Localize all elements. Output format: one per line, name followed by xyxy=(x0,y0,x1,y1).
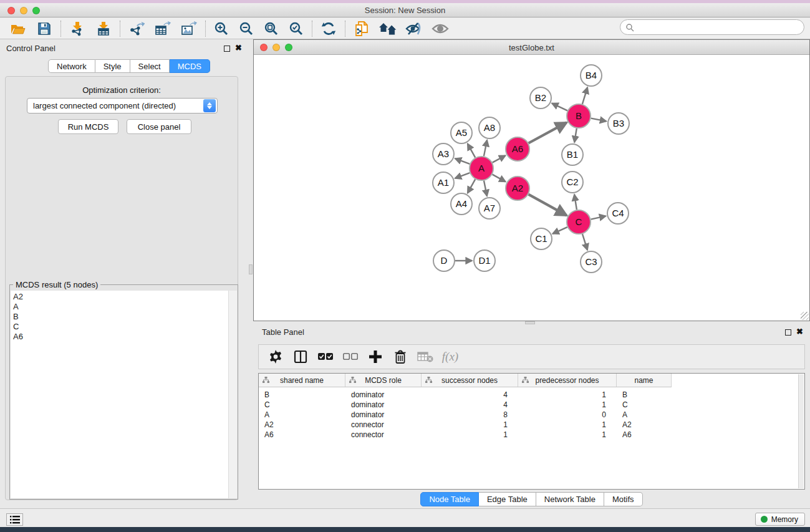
table-row[interactable]: A2connector11A2 xyxy=(259,420,804,430)
node-A4[interactable]: A4 xyxy=(451,193,472,215)
deselect-all-button[interactable] xyxy=(339,347,362,367)
edge-A-A1[interactable] xyxy=(455,173,470,178)
criterion-select[interactable]: largest connected component (directed) xyxy=(27,98,218,114)
save-session-button[interactable] xyxy=(31,19,57,38)
node-C[interactable]: C xyxy=(567,210,591,234)
edge-B-B3[interactable] xyxy=(591,118,607,122)
edge-B-B1[interactable] xyxy=(574,128,577,143)
tab-select[interactable]: Select xyxy=(130,59,170,73)
result-scrollbar[interactable] xyxy=(228,291,237,498)
tab-node-table[interactable]: Node Table xyxy=(420,492,479,506)
splitter-grip-left[interactable] xyxy=(249,264,253,274)
edge-B-B4[interactable] xyxy=(582,87,587,104)
toolbar-search[interactable] xyxy=(620,19,804,35)
delete-columns-button[interactable] xyxy=(388,347,412,367)
node-A2[interactable]: A2 xyxy=(506,177,529,200)
reset-view-button[interactable] xyxy=(375,19,401,38)
table-settings-button[interactable] xyxy=(264,347,287,367)
tab-motifs[interactable]: Motifs xyxy=(604,492,643,506)
delete-table-button[interactable] xyxy=(413,347,437,367)
column-header-shared-name[interactable]: shared name xyxy=(259,374,345,387)
node-table[interactable]: shared nameMCDS rolesuccessor nodesprede… xyxy=(258,373,805,490)
tab-network[interactable]: Network xyxy=(48,59,95,73)
column-header-successor-nodes[interactable]: successor nodes xyxy=(422,374,518,387)
new-network-from-file-button[interactable] xyxy=(349,19,375,38)
network-graph[interactable]: B4B2BB3A8A5A6A3B1AA1C2A2A4A7C4CC1C3DD1 xyxy=(254,55,809,321)
result-item[interactable]: C xyxy=(13,322,228,332)
import-network-button[interactable] xyxy=(64,19,90,38)
close-panel-icon[interactable]: ✖ xyxy=(235,45,242,51)
zoom-out-button[interactable] xyxy=(234,19,259,38)
run-mcds-button[interactable]: Run MCDS xyxy=(58,119,118,134)
table-scrollbar[interactable] xyxy=(798,374,804,488)
edge-A-A3[interactable] xyxy=(455,158,470,164)
close-panel-button[interactable]: Close panel xyxy=(127,119,191,134)
node-A6[interactable]: A6 xyxy=(506,137,529,161)
edge-C-C2[interactable] xyxy=(574,195,577,210)
float-table-panel-icon[interactable] xyxy=(785,329,791,336)
tab-edge-table[interactable]: Edge Table xyxy=(479,492,536,506)
zoom-in-button[interactable] xyxy=(209,19,234,38)
edge-C-C3[interactable] xyxy=(582,234,587,250)
import-table-button[interactable] xyxy=(90,19,117,38)
memory-button[interactable]: Memory xyxy=(755,513,805,526)
node-A8[interactable]: A8 xyxy=(479,117,500,138)
table-row[interactable]: A6connector11A6 xyxy=(259,430,804,440)
export-table-button[interactable] xyxy=(150,19,176,38)
float-panel-icon[interactable] xyxy=(224,46,230,52)
hide-selected-button[interactable] xyxy=(401,19,427,38)
node-A[interactable]: A xyxy=(470,157,493,180)
result-item[interactable]: A2 xyxy=(13,292,228,302)
splitter-grip-bottom[interactable] xyxy=(525,321,535,324)
node-D[interactable]: D xyxy=(433,250,455,271)
table-row[interactable]: Cdominator41C xyxy=(259,400,804,410)
column-header-name[interactable]: name xyxy=(617,374,672,387)
edge-C-C1[interactable] xyxy=(552,227,567,234)
export-network-button[interactable] xyxy=(123,19,150,38)
result-item[interactable]: A xyxy=(13,302,228,312)
task-history-button[interactable] xyxy=(6,513,23,526)
node-B1[interactable]: B1 xyxy=(562,144,583,165)
node-B4[interactable]: B4 xyxy=(581,65,602,86)
table-row[interactable]: Adominator80A xyxy=(259,410,804,420)
edge-A2-C[interactable] xyxy=(529,195,567,216)
edge-A-A7[interactable] xyxy=(484,181,487,196)
zoom-selected-button[interactable] xyxy=(284,19,309,38)
edge-A-A8[interactable] xyxy=(484,140,487,157)
tab-style[interactable]: Style xyxy=(95,59,130,73)
resize-grip-icon[interactable] xyxy=(801,312,809,320)
node-C2[interactable]: C2 xyxy=(562,172,583,193)
close-table-panel-icon[interactable]: ✖ xyxy=(796,329,803,335)
table-row[interactable]: Bdominator41B xyxy=(259,390,804,400)
network-canvas[interactable]: B4B2BB3A8A5A6A3B1AA1C2A2A4A7C4CC1C3DD1 xyxy=(254,55,809,321)
node-B[interactable]: B xyxy=(567,104,591,128)
show-columns-button[interactable] xyxy=(289,347,312,367)
result-item[interactable]: A6 xyxy=(13,332,228,342)
node-B3[interactable]: B3 xyxy=(608,113,629,134)
edge-A-A6[interactable] xyxy=(493,155,506,162)
edge-A-A5[interactable] xyxy=(468,143,475,157)
node-A7[interactable]: A7 xyxy=(479,198,500,219)
result-item[interactable]: B xyxy=(13,312,228,322)
column-header-predecessor-nodes[interactable]: predecessor nodes xyxy=(518,374,617,387)
new-column-button[interactable] xyxy=(364,347,387,367)
node-A5[interactable]: A5 xyxy=(451,122,472,143)
edge-A-A2[interactable] xyxy=(493,175,506,182)
search-input[interactable] xyxy=(634,21,804,34)
refresh-button[interactable] xyxy=(316,19,342,38)
node-D1[interactable]: D1 xyxy=(474,250,495,271)
select-all-button[interactable] xyxy=(314,347,337,367)
node-A1[interactable]: A1 xyxy=(433,172,454,193)
edge-B-B2[interactable] xyxy=(552,104,567,111)
export-image-button[interactable] xyxy=(176,19,202,38)
node-C3[interactable]: C3 xyxy=(581,251,602,273)
node-A3[interactable]: A3 xyxy=(433,143,454,165)
tab-network-table[interactable]: Network Table xyxy=(536,492,604,506)
mcds-result-list[interactable]: A2ABCA6 xyxy=(11,291,228,498)
function-builder-button[interactable]: f(x) xyxy=(438,347,462,367)
edge-C-C4[interactable] xyxy=(591,216,606,219)
show-all-button[interactable] xyxy=(427,19,453,38)
zoom-fit-button[interactable] xyxy=(259,19,284,38)
open-session-button[interactable] xyxy=(5,19,31,38)
tab-mcds[interactable]: MCDS xyxy=(170,59,210,73)
